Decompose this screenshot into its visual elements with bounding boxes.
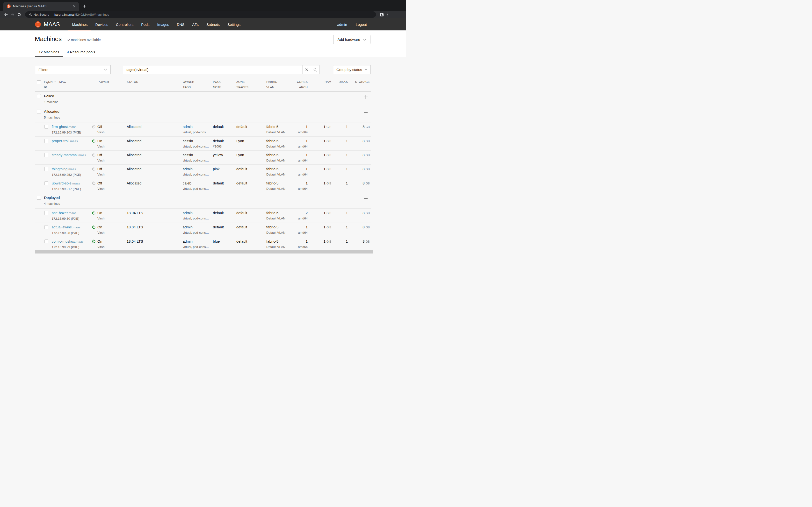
machine-zone: default: [236, 225, 266, 230]
nav-logout[interactable]: Logout: [351, 18, 371, 31]
close-tab-icon[interactable]: [72, 4, 77, 8]
machine-ram: 1: [323, 139, 325, 143]
machine-cores: 1: [292, 239, 308, 244]
group-by-dropdown[interactable]: Group by status: [333, 65, 371, 74]
machine-owner: admin: [183, 211, 213, 215]
machine-select-checkbox[interactable]: [45, 239, 48, 243]
filters-dropdown[interactable]: Filters: [35, 65, 111, 74]
machine-fabric: fabric-5: [266, 225, 292, 230]
expand-group-icon[interactable]: [363, 95, 368, 104]
machine-cores: 1: [292, 138, 308, 144]
machine-select-checkbox[interactable]: [45, 181, 48, 185]
machine-name-link[interactable]: steady-mammal.maas: [52, 153, 86, 157]
new-tab-button[interactable]: [81, 2, 88, 10]
machine-select-checkbox[interactable]: [45, 211, 48, 215]
column-pool: POOL: [213, 80, 236, 84]
browser-tab[interactable]: Machines | karura MAAS: [3, 2, 79, 11]
machine-cores: 2: [292, 211, 308, 215]
forward-icon[interactable]: [9, 11, 16, 18]
back-icon[interactable]: [2, 11, 9, 18]
search-icon[interactable]: [311, 65, 319, 74]
url-bar[interactable]: Not Secure karura.internal :5240/MAAS/#/…: [25, 11, 376, 18]
machine-name-link[interactable]: thingthing.maas: [52, 167, 76, 171]
maas-logo[interactable]: MAAS: [35, 18, 60, 31]
select-all-checkbox[interactable]: [37, 80, 41, 84]
machine-select-checkbox[interactable]: [45, 167, 48, 171]
clear-search-icon[interactable]: [302, 65, 311, 74]
nav-item-settings[interactable]: Settings: [223, 18, 244, 31]
nav-item-devices[interactable]: Devices: [91, 18, 112, 31]
group-select-checkbox[interactable]: [37, 94, 41, 98]
machine-cores: 1: [292, 167, 308, 171]
column-ip: IP: [44, 86, 92, 89]
add-hardware-button[interactable]: Add hardware: [333, 35, 370, 44]
machine-tags: virtual, pod-cons…: [183, 172, 213, 177]
machine-row: upward-sole.maas172.16.99.217 (PXE)OffVi…: [35, 179, 371, 193]
machine-ip: 172.16.99.252 (PXE): [52, 173, 92, 177]
collapse-group-icon[interactable]: [363, 110, 368, 120]
machine-row: proper-troll.maasOnVirshAllocatedcassiov…: [35, 136, 371, 151]
machine-name-link[interactable]: comic-muskox.maas: [52, 239, 83, 243]
machine-row: thingthing.maas172.16.99.252 (PXE)OffVir…: [35, 164, 371, 179]
machine-name-link[interactable]: upward-sole.maas: [52, 181, 80, 185]
column-note: NOTE: [213, 86, 236, 89]
machine-ram: 1: [323, 225, 325, 229]
machine-vlan: Default VLAN: [266, 231, 292, 235]
machine-disks: 1: [331, 153, 348, 157]
column-zone: ZONE: [236, 80, 266, 84]
power-icon: [92, 225, 96, 229]
machine-ip: 172.16.99.203 (PXE): [52, 130, 92, 135]
machine-note: #1093: [213, 145, 236, 149]
nav-item-machines[interactable]: Machines: [68, 18, 91, 31]
machine-select-checkbox[interactable]: [45, 139, 48, 143]
column-owner: OWNER: [183, 80, 213, 84]
page-title: Machines: [35, 35, 62, 43]
browser-menu-icon[interactable]: [388, 12, 388, 16]
group-machine-count: 5 machines: [44, 115, 92, 120]
machine-disks: 1: [331, 211, 348, 215]
nav-item-controllers[interactable]: Controllers: [112, 18, 138, 31]
nav-item-images[interactable]: Images: [153, 18, 173, 31]
tab-4-resource-pools[interactable]: 4 Resource pools: [63, 50, 99, 57]
machine-disks: 1: [331, 167, 348, 171]
search-input[interactable]: [123, 65, 302, 74]
machine-row: actual-swine.maas172.16.99.28 (PXE)OnVir…: [35, 223, 371, 237]
group-select-checkbox[interactable]: [37, 196, 41, 200]
machine-arch: amd64: [292, 231, 308, 235]
nav-item-dns[interactable]: DNS: [173, 18, 189, 31]
profile-badge-icon[interactable]: [379, 12, 384, 17]
machine-arch: amd64: [292, 130, 308, 134]
machine-ram-unit: GiB: [326, 182, 331, 185]
machine-select-checkbox[interactable]: [45, 225, 48, 229]
machine-row: firm-ghost.maas172.16.99.203 (PXE)OffVir…: [35, 122, 371, 136]
machine-name-link[interactable]: ace-boxer.maas: [52, 211, 77, 215]
machine-arch: amd64: [292, 158, 308, 163]
power-type: Virsh: [92, 130, 126, 134]
machine-select-checkbox[interactable]: [45, 153, 48, 157]
machine-group-row: Allocated5 machines: [35, 107, 371, 122]
browser-tab-title: Machines | karura MAAS: [13, 5, 72, 8]
machine-ip: 172.16.99.28 (PXE): [52, 231, 92, 235]
maas-navbar: MAAS MachinesDevicesControllersPodsImage…: [0, 18, 406, 31]
machine-name-link[interactable]: actual-swine.maas: [52, 225, 81, 229]
nav-item-azs[interactable]: AZs: [188, 18, 203, 31]
machine-vlan: Default VLAN: [266, 172, 292, 177]
machine-name-link[interactable]: proper-troll.maas: [52, 139, 78, 143]
machine-select-checkbox[interactable]: [45, 125, 48, 129]
nav-user-admin[interactable]: admin: [333, 18, 351, 31]
group-select-checkbox[interactable]: [37, 110, 41, 113]
power-type: Virsh: [92, 145, 126, 149]
column-fqdn[interactable]: FQDN: [44, 80, 52, 84]
collapse-group-icon[interactable]: [363, 196, 368, 206]
nav-item-subnets[interactable]: Subnets: [203, 18, 223, 31]
machine-name-link[interactable]: firm-ghost.maas: [52, 125, 77, 129]
machine-tags: virtual, pod-cons…: [183, 187, 213, 191]
machine-tags: virtual, pod-cons…: [183, 216, 213, 221]
machine-status: Allocated: [126, 153, 183, 157]
machine-zone: Lyon: [236, 138, 266, 144]
nav-item-pods[interactable]: Pods: [137, 18, 153, 31]
machine-ip: 172.16.99.30 (PXE): [52, 217, 92, 221]
reload-icon[interactable]: [16, 11, 23, 18]
tab-12-machines[interactable]: 12 Machines: [35, 50, 63, 57]
machine-fabric: fabric-5: [266, 239, 292, 244]
